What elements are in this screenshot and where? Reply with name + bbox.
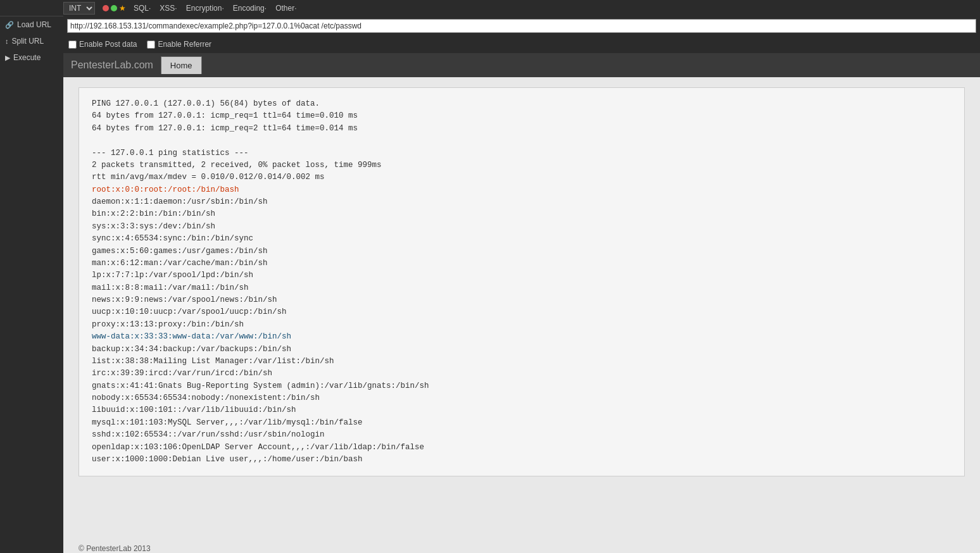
output-line: irc:x:39:39:ircd:/var/run/ircd:/bin/sh — [92, 368, 952, 380]
output-line: bin:x:2:2:bin:/bin:/bin/sh — [92, 208, 952, 220]
site-header: PentesterLab.com Home — [63, 53, 980, 77]
output-line: mysql:x:101:103:MySQL Server,,,:/var/lib… — [92, 417, 952, 429]
toolbar: INT ★ SQL· XSS· Encryption· Encoding· Ot… — [0, 0, 980, 16]
page-body: PING 127.0.0.1 (127.0.0.1) 56(84) bytes … — [63, 77, 980, 538]
output-line: nobody:x:65534:65534:nobody:/nonexistent… — [92, 392, 952, 404]
content-area: PentesterLab.com Home PING 127.0.0.1 (12… — [63, 53, 980, 553]
load-url-icon: 🔗 — [5, 21, 14, 29]
enable-post-label[interactable]: Enable Post data — [68, 40, 137, 49]
load-url-label: Load URL — [17, 20, 51, 29]
output-line: proxy:x:13:13:proxy:/bin:/bin/sh — [92, 319, 952, 331]
output-line: libuuid:x:100:101::/var/lib/libuuid:/bin… — [92, 404, 952, 416]
output-line: PING 127.0.0.1 (127.0.0.1) 56(84) bytes … — [92, 98, 952, 110]
post-data-row: Enable Post data Enable Referrer — [63, 35, 980, 53]
output-line: games:x:5:60:games:/usr/games:/bin/sh — [92, 245, 952, 258]
left-nav-panel — [0, 53, 63, 553]
output-line: sshd:x:102:65534::/var/run/sshd:/usr/sbi… — [92, 429, 952, 441]
url-input[interactable] — [67, 19, 976, 33]
split-url-button[interactable]: ↕ Split URL — [0, 33, 63, 49]
load-url-button[interactable]: 🔗 Load URL — [0, 16, 63, 33]
output-line: daemon:x:1:1:daemon:/usr/sbin:/bin/sh — [92, 196, 952, 208]
output-line: news:x:9:9:news:/var/spool/news:/bin/sh — [92, 294, 952, 306]
output-line: 64 bytes from 127.0.0.1: icmp_req=1 ttl=… — [92, 110, 952, 122]
menu-encryption[interactable]: Encryption· — [186, 4, 224, 13]
green-dot — [111, 5, 117, 11]
footer: © PentesterLab 2013 — [63, 538, 980, 553]
output-line: sync:x:4:65534:sync:/bin:/bin/sync — [92, 233, 952, 245]
enable-post-checkbox[interactable] — [68, 40, 77, 49]
int-select[interactable]: INT — [63, 2, 95, 15]
url-bar-row — [63, 16, 980, 35]
site-logo: PentesterLab.com — [71, 59, 153, 71]
output-line: root:x:0:0:root:/root:/bin/bash — [92, 184, 952, 196]
execute-label: Execute — [13, 53, 41, 62]
execute-button[interactable]: ▶ Execute — [0, 49, 63, 66]
output-line: user:x:1000:1000:Debian Live user,,,:/ho… — [92, 454, 952, 466]
tab-home[interactable]: Home — [161, 56, 202, 74]
output-line: gnats:x:41:41:Gnats Bug-Reporting System… — [92, 380, 952, 392]
output-line: openldap:x:103:106:OpenLDAP Server Accou… — [92, 442, 952, 454]
toolbar-menu: SQL· XSS· Encryption· Encoding· Other· — [134, 4, 296, 13]
enable-referrer-checkbox[interactable] — [147, 40, 155, 49]
output-line: list:x:38:38:Mailing List Manager:/var/l… — [92, 356, 952, 368]
output-line: www-data:x:33:33:www-data:/var/www:/bin/… — [92, 331, 952, 343]
output-line: backup:x:34:34:backup:/var/backups:/bin/… — [92, 344, 952, 356]
star-icon: ★ — [119, 4, 126, 12]
output-line: --- 127.0.0.1 ping statistics --- — [92, 147, 952, 159]
output-line: uucp:x:10:10:uucp:/var/spool/uucp:/bin/s… — [92, 306, 952, 318]
enable-referrer-label[interactable]: Enable Referrer — [147, 40, 211, 49]
output-line: sys:x:3:3:sys:/dev:/bin/sh — [92, 221, 952, 233]
output-line: man:x:6:12:man:/var/cache/man:/bin/sh — [92, 258, 952, 270]
execute-icon: ▶ — [5, 54, 10, 62]
output-line — [92, 135, 952, 147]
menu-encoding[interactable]: Encoding· — [233, 4, 267, 13]
menu-sql[interactable]: SQL· — [134, 4, 151, 13]
enable-referrer-text: Enable Referrer — [158, 40, 211, 49]
output-box: PING 127.0.0.1 (127.0.0.1) 56(84) bytes … — [79, 87, 965, 476]
output-line: rtt min/avg/max/mdev = 0.010/0.012/0.014… — [92, 171, 952, 183]
footer-text: © PentesterLab 2013 — [79, 544, 151, 553]
split-url-label: Split URL — [12, 37, 44, 46]
output-line: 2 packets transmitted, 2 received, 0% pa… — [92, 159, 952, 171]
status-dots: ★ — [103, 4, 126, 12]
output-line: mail:x:8:8:mail:/var/mail:/bin/sh — [92, 282, 952, 294]
output-line: lp:x:7:7:lp:/var/spool/lpd:/bin/sh — [92, 270, 952, 282]
menu-xss[interactable]: XSS· — [160, 4, 177, 13]
menu-other[interactable]: Other· — [275, 4, 296, 13]
enable-post-text: Enable Post data — [79, 40, 137, 49]
split-url-icon: ↕ — [5, 37, 9, 45]
output-line: 64 bytes from 127.0.0.1: icmp_req=2 ttl=… — [92, 123, 952, 135]
red-dot — [103, 5, 109, 11]
